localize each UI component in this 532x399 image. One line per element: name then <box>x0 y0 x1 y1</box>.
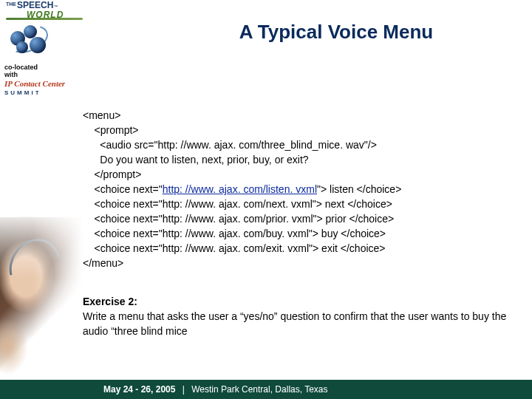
ipcc-line1: IP Contact Center <box>4 79 65 88</box>
slide-title: A Typical Voice Menu <box>159 21 514 44</box>
colocated-label: co-located with <box>4 64 38 78</box>
code-line: <prompt> <box>83 124 138 136</box>
code-line: <menu> <box>83 109 120 121</box>
sphere-icon <box>24 25 37 38</box>
logo-speech: SPEECH <box>17 0 53 10</box>
footer-date: May 24 - 26, 2005 <box>103 384 175 395</box>
code-line: <choice next="http: //www. ajax. com/exi… <box>83 242 386 254</box>
footer-bar: May 24 - 26, 2005 | Westin Park Central,… <box>0 380 532 399</box>
slide-body: <menu> <prompt> <audio src="http: //www.… <box>83 108 523 338</box>
code-line: <choice next=" <box>83 183 163 195</box>
conference-logo: THESPEECH™ WORLD <box>0 0 94 63</box>
photo-fade <box>0 210 83 380</box>
code-line: "> listen </choice> <box>317 183 401 195</box>
logo-underline <box>6 18 83 20</box>
exercise-block: Exercise 2: Write a menu that asks the u… <box>83 294 523 338</box>
footer-separator: | <box>183 384 185 395</box>
sphere-icon <box>16 41 28 53</box>
code-line: <choice next="http: //www. ajax. com/buy… <box>83 228 386 239</box>
footer-location: Westin Park Central, Dallas, Texas <box>191 384 327 395</box>
ipcc-line2: SUMMIT <box>4 89 65 97</box>
code-line: <audio src="http: //www. ajax. com/three… <box>83 139 377 151</box>
colocated-line2: with <box>4 71 18 78</box>
exercise-label: Exercise 2: <box>83 296 137 307</box>
code-line: </prompt> <box>83 168 141 180</box>
logo-the: THE <box>6 0 16 8</box>
exercise-text: Write a menu that asks the user a “yes/n… <box>83 310 506 337</box>
slide: { "logo": { "the": "THE", "speech": "SPE… <box>0 0 532 399</box>
code-line: <choice next="http: //www. ajax. com/nex… <box>83 198 392 210</box>
code-line: <choice next="http: //www. ajax. com/pri… <box>83 213 394 225</box>
code-block: <menu> <prompt> <audio src="http: //www.… <box>83 108 523 270</box>
colocated-line1: co-located <box>4 64 38 71</box>
code-line: </menu> <box>83 257 123 269</box>
footer-content: May 24 - 26, 2005 | Westin Park Central,… <box>103 380 328 399</box>
logo-graphic <box>6 22 50 55</box>
sphere-icon <box>30 37 46 53</box>
code-line: Do you want to listen, next, prior, buy,… <box>83 154 309 166</box>
ipcc-logo: IP Contact Center SUMMIT <box>4 80 65 97</box>
choice-link-listen[interactable]: http: //www. ajax. com/listen. vxml <box>163 183 317 195</box>
decorative-photo <box>0 210 83 380</box>
logo-tm: ™ <box>53 4 58 9</box>
